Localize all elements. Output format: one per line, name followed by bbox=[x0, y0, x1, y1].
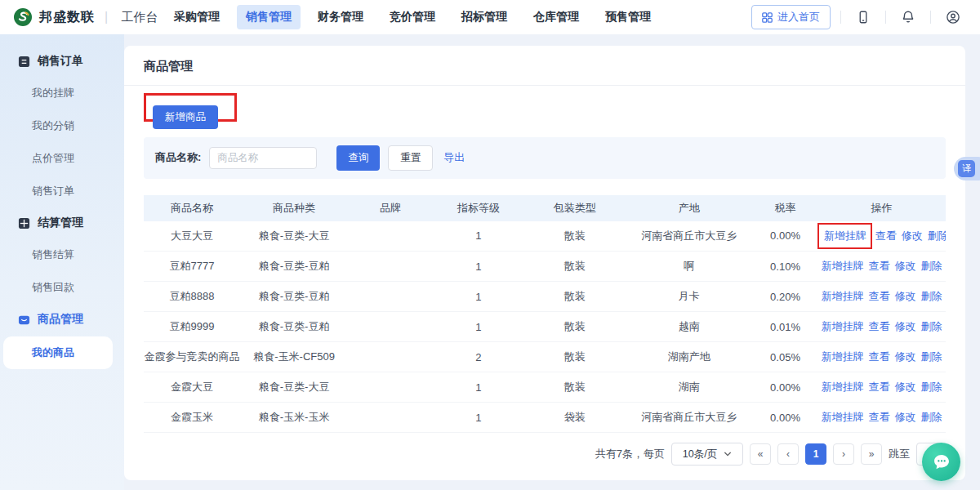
action-add-listing[interactable]: 新增挂牌 bbox=[821, 320, 863, 332]
action-delete[interactable]: 删除 bbox=[920, 350, 942, 363]
table-cell: 湖南产地 bbox=[625, 342, 753, 372]
table-cell: 1 bbox=[433, 252, 525, 282]
annotation-box-add-listing: 新增挂牌 bbox=[817, 223, 872, 249]
sidebar-item-my-distribution[interactable]: 我的分销 bbox=[0, 109, 124, 142]
col-package-type: 包装类型 bbox=[524, 195, 625, 221]
table-row: 大豆大豆粮食-豆类-大豆1散装河南省商丘市大豆乡0.00%新增挂牌查看修改删除 bbox=[144, 221, 946, 252]
nav-item-finance[interactable]: 财务管理 bbox=[309, 5, 372, 29]
pagination: 共有7条，每页 10条/页 « ‹ 1 › » 跳至 bbox=[144, 433, 946, 472]
table-row: 金霞玉米粮食-玉米-玉米1袋装河南省商丘市大豆乡0.00%新增挂牌查看修改删除 bbox=[144, 403, 946, 433]
mobile-icon[interactable] bbox=[856, 10, 871, 24]
actions-cell: 新增挂牌查看修改删除 bbox=[817, 372, 946, 403]
current-page-button[interactable]: 1 bbox=[805, 443, 826, 465]
action-view[interactable]: 查看 bbox=[868, 411, 889, 423]
topbar: 邦盛数联 | 工作台 采购管理 销售管理 财务管理 竞价管理 招标管理 仓库管理… bbox=[0, 0, 980, 34]
table-cell: 0.20% bbox=[753, 282, 817, 312]
table-cell: 粮食-豆类-豆粕 bbox=[240, 312, 349, 342]
page-size-select[interactable]: 10条/页 bbox=[671, 443, 743, 466]
product-name-label: 商品名称: bbox=[155, 150, 201, 165]
nav-item-sales[interactable]: 销售管理 bbox=[237, 5, 301, 29]
action-add-listing[interactable]: 新增挂牌 bbox=[821, 411, 863, 423]
table-cell: 粮食-玉米-CF509 bbox=[240, 342, 349, 372]
sidebar-item-my-products[interactable]: 我的商品 bbox=[3, 336, 113, 369]
action-delete[interactable]: 删除 bbox=[928, 229, 946, 242]
filter-bar: 商品名称: 查询 重置 导出 bbox=[144, 137, 946, 179]
export-link[interactable]: 导出 bbox=[443, 150, 465, 165]
translate-widget[interactable]: 译 bbox=[954, 157, 980, 180]
action-edit[interactable]: 修改 bbox=[894, 320, 915, 332]
table-cell: 粮食-豆类-大豆 bbox=[240, 372, 349, 403]
action-view[interactable]: 查看 bbox=[868, 320, 889, 332]
nav-item-procurement[interactable]: 采购管理 bbox=[165, 5, 229, 29]
first-page-button[interactable]: « bbox=[750, 443, 771, 465]
page-size-value: 10条/页 bbox=[683, 448, 717, 461]
action-edit[interactable]: 修改 bbox=[894, 260, 915, 272]
nav-item-warehouse[interactable]: 仓库管理 bbox=[524, 5, 588, 29]
bell-icon[interactable] bbox=[901, 10, 915, 24]
table-cell: 粮食-玉米-玉米 bbox=[240, 403, 349, 433]
sidebar-item-sales-settlement[interactable]: 销售结算 bbox=[0, 238, 124, 271]
action-view[interactable]: 查看 bbox=[868, 260, 889, 272]
workspace-label: 工作台 bbox=[121, 10, 158, 25]
enter-home-button[interactable]: 进入首页 bbox=[751, 5, 831, 29]
avatar-icon[interactable] bbox=[946, 10, 960, 24]
chat-icon bbox=[931, 452, 952, 473]
grid-icon bbox=[762, 12, 773, 23]
table-cell: 河南省商丘市大豆乡 bbox=[625, 221, 753, 252]
action-edit[interactable]: 修改 bbox=[894, 381, 915, 393]
action-view[interactable]: 查看 bbox=[868, 381, 889, 393]
sidebar-group-products[interactable]: 商品管理 bbox=[0, 304, 124, 335]
action-delete[interactable]: 删除 bbox=[920, 381, 942, 393]
col-grade: 指标等级 bbox=[433, 195, 525, 221]
action-add-listing[interactable]: 新增挂牌 bbox=[824, 229, 866, 242]
action-delete[interactable]: 删除 bbox=[920, 260, 942, 272]
sidebar-item-pricing[interactable]: 点价管理 bbox=[0, 142, 124, 175]
search-button[interactable]: 查询 bbox=[336, 145, 380, 171]
action-edit[interactable]: 修改 bbox=[894, 350, 915, 363]
table-cell: 0.00% bbox=[753, 221, 817, 252]
next-page-button[interactable]: › bbox=[833, 443, 854, 465]
product-table: 商品名称 商品种类 品牌 指标等级 包装类型 产地 税率 操作 大豆大豆粮食-豆… bbox=[144, 195, 946, 434]
sidebar-group-label: 商品管理 bbox=[38, 312, 83, 327]
sidebar-item-my-listings[interactable]: 我的挂牌 bbox=[0, 77, 124, 109]
sidebar-item-sales-orders[interactable]: 销售订单 bbox=[0, 175, 124, 207]
action-view[interactable]: 查看 bbox=[868, 350, 889, 363]
main-area: 商品管理 新增商品 商品名称: 查询 重置 导出 bbox=[124, 34, 980, 490]
action-delete[interactable]: 删除 bbox=[920, 320, 942, 332]
add-product-button[interactable]: 新增商品 bbox=[153, 105, 218, 129]
annotation-box-add-product: 新增商品 bbox=[144, 93, 237, 122]
action-delete[interactable]: 删除 bbox=[920, 411, 942, 423]
last-page-button[interactable]: » bbox=[861, 443, 882, 465]
enter-home-label: 进入首页 bbox=[777, 10, 820, 24]
action-view[interactable]: 查看 bbox=[875, 229, 897, 242]
table-cell bbox=[348, 403, 432, 433]
action-view[interactable]: 查看 bbox=[868, 290, 889, 302]
chat-widget-button[interactable] bbox=[922, 443, 960, 481]
action-edit[interactable]: 修改 bbox=[902, 229, 923, 242]
action-delete[interactable]: 删除 bbox=[920, 290, 942, 302]
product-name-input[interactable] bbox=[209, 147, 317, 169]
table-cell: 豆粕9999 bbox=[144, 312, 240, 342]
prev-page-button[interactable]: ‹ bbox=[777, 443, 799, 465]
divider bbox=[840, 11, 841, 24]
sidebar-group-sales-orders[interactable]: 销售订单 bbox=[0, 46, 124, 77]
actions-cell: 新增挂牌查看修改删除 bbox=[817, 403, 946, 433]
nav-item-presale[interactable]: 预售管理 bbox=[596, 5, 660, 29]
action-add-listing[interactable]: 新增挂牌 bbox=[821, 381, 863, 393]
action-add-listing[interactable]: 新增挂牌 bbox=[821, 350, 863, 363]
action-add-listing[interactable]: 新增挂牌 bbox=[821, 260, 863, 272]
reset-button[interactable]: 重置 bbox=[388, 145, 433, 171]
sidebar-group-settlement[interactable]: 结算管理 bbox=[0, 207, 124, 238]
table-cell: 豆粕7777 bbox=[144, 252, 240, 282]
nav-item-bidding[interactable]: 竞价管理 bbox=[381, 5, 444, 29]
nav-item-tender[interactable]: 招标管理 bbox=[452, 5, 516, 29]
table-cell: 1 bbox=[433, 221, 525, 252]
action-edit[interactable]: 修改 bbox=[894, 411, 915, 423]
brand-separator: | bbox=[105, 10, 108, 24]
sidebar-item-sales-collection[interactable]: 销售回款 bbox=[0, 271, 124, 304]
main-nav: 采购管理 销售管理 财务管理 竞价管理 招标管理 仓库管理 预售管理 bbox=[165, 5, 660, 29]
action-edit[interactable]: 修改 bbox=[894, 290, 915, 302]
table-cell: 0.00% bbox=[753, 372, 817, 403]
action-add-listing[interactable]: 新增挂牌 bbox=[821, 290, 863, 302]
table-cell: 1 bbox=[433, 403, 525, 433]
